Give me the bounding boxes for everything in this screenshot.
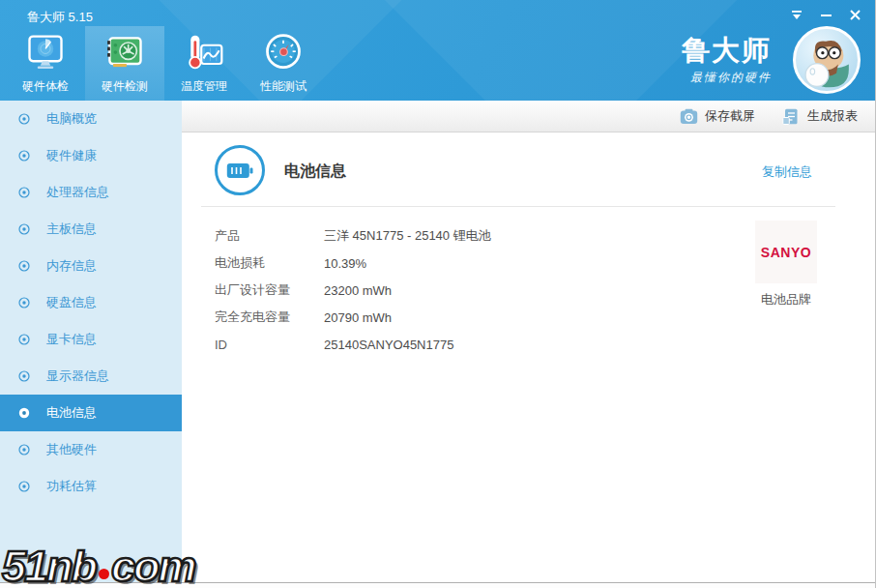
row-value: 三洋 45N1775 - 25140 锂电池 (324, 227, 491, 245)
radio-dot-icon (18, 444, 30, 456)
battery-brand-block: SANYO 电池品牌 (755, 220, 817, 309)
sidebar: 电脑概览 硬件健康 处理器信息 主板信息 内存信息 硬盘信息 显卡信息 显示器 (0, 101, 182, 582)
row-value: 10.39% (324, 256, 366, 271)
thermometer-chart-icon (183, 32, 225, 74)
sidebar-item-gpu-info[interactable]: 显卡信息 (0, 321, 182, 358)
sidebar-item-label: 功耗估算 (46, 478, 97, 495)
main-panel: 保存截屏 生成报表 电池信息 复制信息 产品 (182, 101, 876, 588)
app-window: 鲁大师 5.15 (0, 0, 876, 588)
table-row: 产品 三洋 45N1775 - 25140 锂电池 (215, 222, 491, 250)
save-screenshot-label: 保存截屏 (705, 107, 755, 125)
brand-tagline: 最懂你的硬件 (682, 70, 772, 86)
sidebar-item-display-info[interactable]: 显示器信息 (0, 358, 182, 395)
camera-icon (680, 108, 698, 125)
tab-hardware-checkup[interactable]: 硬件体检 (6, 26, 85, 101)
radio-dot-icon (18, 223, 30, 235)
table-row: ID 25140SANYO45N1775 (215, 331, 491, 358)
table-row: 电池损耗 10.39% (215, 250, 491, 277)
window-title: 鲁大师 5.15 (27, 9, 93, 26)
sidebar-item-label: 电池信息 (46, 404, 97, 422)
sidebar-item-motherboard-info[interactable]: 主板信息 (0, 211, 182, 248)
battery-info-table: 产品 三洋 45N1775 - 25140 锂电池 电池损耗 10.39% 出厂… (215, 222, 491, 358)
header: 鲁大师 5.15 (0, 0, 876, 101)
radio-dot-icon (18, 150, 30, 162)
main-nav-tabs: 硬件体检 (6, 26, 323, 101)
row-label: 出厂设计容量 (215, 281, 324, 299)
menu-dropdown-icon[interactable] (787, 6, 806, 23)
row-value: 25140SANYO45N1775 (324, 338, 453, 352)
close-button[interactable] (845, 6, 864, 23)
watermark-suffix: com (111, 542, 195, 588)
radio-dot-icon (18, 407, 30, 419)
tab-label: 硬件检测 (102, 78, 148, 95)
mascot-avatar (793, 26, 861, 94)
section-divider (201, 206, 835, 207)
sidebar-item-other-hardware[interactable]: 其他硬件 (0, 431, 182, 468)
tab-label: 性能测试 (260, 78, 307, 95)
sanyo-logo-text: SANYO (761, 245, 811, 260)
tab-label: 硬件体检 (22, 78, 69, 95)
row-value: 20790 mWh (324, 310, 392, 325)
battery-badge (215, 145, 265, 195)
radio-dot-icon (18, 297, 30, 309)
sidebar-item-label: 显示器信息 (46, 368, 109, 385)
report-document-icon (782, 108, 801, 125)
generate-report-label: 生成报表 (807, 107, 858, 125)
battery-icon (226, 162, 253, 179)
brand-logo: 鲁大师 最懂你的硬件 (682, 35, 772, 86)
sidebar-item-label: 显卡信息 (46, 331, 97, 348)
sidebar-item-battery-info[interactable]: 电池信息 (0, 395, 182, 431)
table-row: 出厂设计容量 23200 mWh (215, 277, 491, 304)
page-title: 电池信息 (284, 162, 346, 182)
sidebar-item-memory-info[interactable]: 内存信息 (0, 248, 182, 284)
row-label: 完全充电容量 (215, 309, 324, 326)
sidebar-item-label: 其他硬件 (46, 441, 97, 458)
tab-label: 温度管理 (181, 78, 227, 95)
minimize-button[interactable] (816, 6, 835, 23)
radio-dot-icon (18, 481, 30, 492)
gpu-card-icon (103, 32, 146, 74)
watermark-prefix: 51nb (2, 542, 96, 588)
watermark: 51nbcom (2, 542, 195, 588)
speedometer-icon (262, 32, 305, 74)
tab-performance-test[interactable]: 性能测试 (244, 26, 323, 101)
brand-name: 鲁大师 (682, 35, 772, 66)
sidebar-item-hardware-health[interactable]: 硬件健康 (0, 137, 182, 174)
row-label: ID (215, 338, 324, 352)
row-label: 产品 (215, 227, 324, 245)
radio-dot-icon (18, 370, 30, 382)
radio-dot-icon (18, 113, 30, 125)
tab-hardware-detection[interactable]: 硬件检测 (85, 26, 164, 101)
sidebar-item-processor-info[interactable]: 处理器信息 (0, 174, 182, 211)
sidebar-item-power-estimate[interactable]: 功耗估算 (0, 468, 182, 505)
save-screenshot-button[interactable]: 保存截屏 (680, 107, 755, 125)
tab-temperature-management[interactable]: 温度管理 (164, 26, 244, 101)
window-controls (787, 6, 864, 23)
radio-dot-icon (18, 187, 30, 198)
monitor-gauge-icon (24, 32, 67, 74)
sidebar-item-disk-info[interactable]: 硬盘信息 (0, 284, 182, 321)
action-bar: 保存截屏 生成报表 (182, 101, 876, 132)
sanyo-logo: SANYO (755, 220, 817, 283)
generate-report-button[interactable]: 生成报表 (782, 107, 858, 125)
row-value: 23200 mWh (324, 283, 392, 298)
sidebar-item-label: 内存信息 (46, 257, 97, 275)
sidebar-item-computer-overview[interactable]: 电脑概览 (0, 101, 182, 137)
table-row: 完全充电容量 20790 mWh (215, 304, 491, 331)
sidebar-item-label: 主板信息 (46, 220, 97, 238)
sidebar-item-label: 处理器信息 (46, 184, 109, 201)
sidebar-item-label: 硬件健康 (46, 147, 97, 164)
radio-dot-icon (18, 334, 30, 345)
radio-dot-icon (18, 260, 30, 272)
copy-info-link[interactable]: 复制信息 (762, 163, 812, 181)
sidebar-item-label: 电脑概览 (46, 110, 97, 128)
sidebar-item-label: 硬盘信息 (46, 294, 97, 311)
row-label: 电池损耗 (215, 254, 324, 272)
battery-brand-caption: 电池品牌 (755, 291, 817, 309)
watermark-dot (99, 569, 109, 579)
